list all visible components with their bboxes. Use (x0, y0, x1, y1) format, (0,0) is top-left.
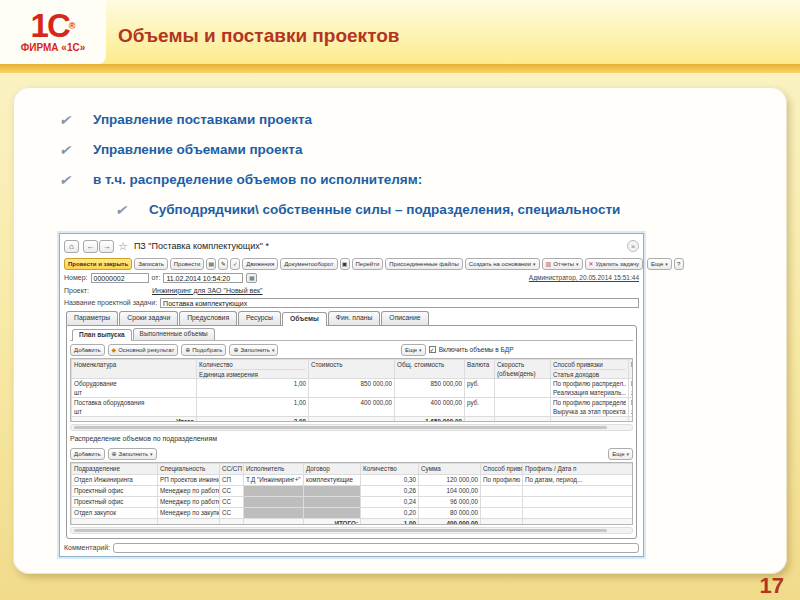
favorite-star-icon[interactable]: ☆ (118, 240, 128, 253)
cell (481, 497, 523, 508)
cell: 400 000,00 (419, 519, 481, 525)
cell: Проектный офис (72, 497, 158, 508)
column-header-executor[interactable]: Исполнитель (244, 464, 304, 475)
main-result-button[interactable]: ◆Основной результат (108, 344, 179, 356)
date-input[interactable]: 11.02.2014 10:54:20 (163, 273, 243, 283)
reports-button[interactable]: ▥Отчеты▾ (542, 258, 583, 270)
column-header-nomenclature[interactable]: Номенклатура (72, 360, 197, 379)
checkmark-icon: ✔ (59, 112, 93, 128)
cell: 120 000,00 (419, 475, 481, 486)
user-stamp-link[interactable]: Администратор, 20.05.2014 15:51:44 (529, 274, 639, 281)
tab-preconditions[interactable]: Предусловия (179, 311, 237, 325)
column-header-contract[interactable]: Договор (304, 464, 361, 475)
cell: 400 000,00 (395, 398, 465, 417)
tab-description[interactable]: Описание (381, 311, 428, 325)
subtab-completed[interactable]: Выполненные объемы (133, 328, 215, 340)
add-button[interactable]: Добавить (70, 344, 105, 356)
scrollbar-thumb[interactable] (74, 426, 607, 429)
cell: Отдел Инжиниринга (72, 475, 158, 486)
tab-resources[interactable]: Ресурсы (238, 311, 281, 325)
include-bdr-checkbox[interactable]: ✓ (429, 346, 436, 353)
tab-volumes[interactable]: Объемы (282, 312, 327, 326)
horizontal-scrollbar[interactable] (70, 527, 633, 534)
column-header-sum[interactable]: Сумма (419, 464, 481, 475)
table-row[interactable]: Отдел Инжиниринга РП проектов инжиниринг… (72, 475, 634, 486)
mark-icon[interactable]: ✓ (230, 258, 240, 270)
cell: 104 000,00 (419, 486, 481, 497)
post-button[interactable]: Провести (170, 258, 205, 270)
column-header-total-cost[interactable]: Общ. стоимость (395, 360, 465, 379)
chevron-down-icon: ▾ (419, 346, 422, 354)
submit-and-close-button[interactable]: Провести и закрыть (64, 258, 132, 270)
fill-icon: ⊕ (112, 450, 117, 458)
column-header-quantity[interactable]: Количество (361, 464, 419, 475)
copy-icon[interactable]: ▣ (340, 258, 350, 270)
project-link[interactable]: Инжиниринг для ЗАО "Новый век" (152, 287, 263, 294)
tab-task-dates[interactable]: Сроки задачи (119, 311, 178, 325)
comment-input[interactable] (113, 543, 639, 553)
checkmark-icon: ✔ (59, 142, 93, 158)
movements-icon[interactable]: ▤ (206, 258, 216, 270)
help-icon[interactable]: ? (674, 258, 684, 270)
fill-button[interactable]: ⊕Заполнить▾ (229, 344, 278, 356)
cell: 1,00 (197, 398, 309, 417)
volumes-tab-panel: План выпуска Выполненные объемы Добавить… (66, 325, 637, 539)
scrollbar-thumb[interactable] (74, 529, 607, 532)
attached-files-button[interactable]: Присоединенные файлы (385, 258, 463, 270)
calendar-icon[interactable]: ▦ (246, 273, 257, 283)
more-button[interactable]: Еще▾ (401, 344, 426, 356)
tab-parameters[interactable]: Параметры (66, 311, 118, 325)
horizontal-scrollbar[interactable] (70, 424, 633, 431)
plan-table-wrap: Номенклатура КоличествоЕдиница измерения… (70, 358, 633, 422)
cell: 400 000,00 (309, 398, 395, 417)
column-header-currency[interactable]: Валюта (465, 360, 495, 379)
edit-icon[interactable]: ✎ (218, 258, 228, 270)
cell: 0,24 (361, 497, 419, 508)
column-header-ss-sp[interactable]: СС/СП (220, 464, 244, 475)
volumes-subtabs: План выпуска Выполненные объемы (70, 328, 633, 341)
back-icon[interactable]: ← (83, 240, 98, 253)
table-row[interactable]: Проектный офис Менеджер по работе с па..… (72, 497, 634, 508)
column-header-binding-method[interactable]: Способ привязкиСтатья доходов (551, 360, 629, 379)
column-header-binding-method[interactable]: Способ привязки (481, 464, 523, 475)
movements-button[interactable]: Движения (242, 258, 278, 270)
table-row[interactable]: Проектный офис Менеджер по работе с кл..… (72, 486, 634, 497)
cell: 1 650 000,00 (395, 417, 465, 423)
save-button[interactable]: Записать (134, 258, 168, 270)
goto-button[interactable]: Перейти (352, 258, 384, 270)
task-name-input[interactable]: Поставка комплектующих (160, 298, 639, 308)
cell: По датам, периодов: 1 кзавершению: 1 (629, 379, 634, 398)
column-header-profile-date[interactable]: Профиль / Дата привязки (629, 360, 634, 379)
tab-fin-plans[interactable]: Фин. планы (328, 311, 381, 325)
pick-button[interactable]: ⊕Подобрать (181, 344, 226, 356)
checkmark-icon: ✔ (59, 172, 93, 188)
column-header-speed[interactable]: Скорость(объем/день) (495, 360, 551, 379)
fill-label: Заполнить (119, 450, 148, 458)
column-header-cost[interactable]: Стоимость (309, 360, 395, 379)
column-header-department[interactable]: Подразделение (72, 464, 158, 475)
subtab-plan[interactable]: План выпуска (72, 329, 132, 341)
cell (481, 519, 523, 525)
table-row[interactable]: Отдел закупок Менеджер по закупкам СС 0,… (72, 508, 634, 519)
cell: Менеджер по работе с кл... (158, 486, 220, 497)
checkmark-icon: ✔ (115, 202, 149, 218)
fill-button[interactable]: ⊕Заполнить▾ (108, 448, 157, 460)
column-header-profile-date[interactable]: Профиль / Дата п (523, 464, 634, 475)
number-input[interactable]: 00000002 (91, 273, 149, 283)
page-number: 17 (760, 573, 784, 599)
table-row[interactable]: Оборудованиешт 1,00 850 000,00 850 000,0… (72, 379, 634, 398)
table-row[interactable]: Поставка оборудованияшт 1,00 400 000,00 … (72, 398, 634, 417)
column-header-specialty[interactable]: Специальность (158, 464, 220, 475)
main-toolbar: Провести и закрыть Записать Провести ▤ ✎… (64, 256, 639, 271)
more-button[interactable]: Еще▾ (608, 448, 633, 460)
delete-task-button[interactable]: ✕Удалить задачу (585, 258, 644, 270)
home-icon[interactable]: ⌂ (64, 240, 79, 253)
column-header-quantity[interactable]: КоличествоЕдиница измерения (197, 360, 309, 379)
add-button[interactable]: Добавить (70, 448, 105, 460)
forward-icon[interactable]: → (99, 240, 114, 253)
cell: По профилю распределенияВыручка за этап … (551, 398, 629, 417)
more-button[interactable]: Еще▾ (647, 258, 672, 270)
create-from-button[interactable]: Создать на основании▾ (465, 258, 540, 270)
docflow-button[interactable]: Документооборот (280, 258, 337, 270)
close-icon[interactable]: × (627, 240, 639, 252)
